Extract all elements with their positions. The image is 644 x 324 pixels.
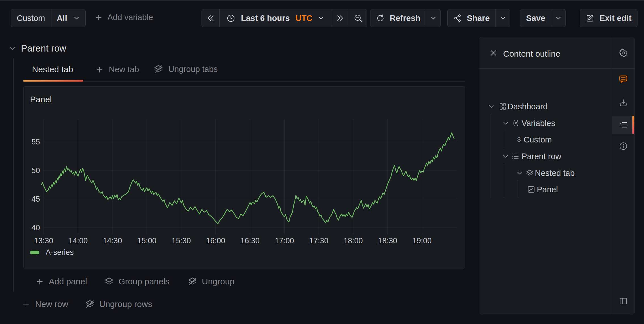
close-icon xyxy=(489,49,498,57)
ungroup-button[interactable]: Ungroup xyxy=(186,276,236,287)
save-split-button: Save xyxy=(520,9,566,27)
outline-item-variables[interactable]: Variables xyxy=(479,115,612,131)
outline-title: Content outline xyxy=(503,49,560,59)
chevron-down-icon xyxy=(430,15,437,21)
outline-item-label: Custom xyxy=(524,135,552,144)
outline-item-custom[interactable]: $Custom xyxy=(479,131,612,148)
share-icon xyxy=(453,14,462,22)
edit-icon xyxy=(586,14,594,23)
exit-edit-label: Exit edit xyxy=(599,14,632,23)
variable-picker: Custom All xyxy=(11,9,86,27)
share-button[interactable]: Share xyxy=(448,9,495,27)
chevron-down-icon[interactable] xyxy=(516,170,523,176)
variable-value-dropdown[interactable]: All xyxy=(51,9,85,27)
zoom-out-icon xyxy=(354,14,363,23)
add-variable-button[interactable]: Add variable xyxy=(93,12,155,22)
download-icon xyxy=(619,98,628,107)
svg-text:19:00: 19:00 xyxy=(412,236,432,245)
clock-icon xyxy=(226,14,235,23)
exit-edit-button-wrap: Exit edit xyxy=(580,9,637,27)
save-button[interactable]: Save xyxy=(520,9,551,27)
time-shift-forward-button[interactable] xyxy=(331,9,349,27)
sidebar-icon xyxy=(619,297,628,306)
time-range-button[interactable]: Last 6 hours UTC xyxy=(219,9,331,27)
svg-text:16:30: 16:30 xyxy=(240,236,260,245)
row-indent-guide xyxy=(13,58,14,292)
save-dropdown[interactable] xyxy=(551,9,565,27)
refresh-interval-dropdown[interactable] xyxy=(426,9,440,27)
svg-text:13:30: 13:30 xyxy=(34,236,53,245)
outline-item-label: Variables xyxy=(522,119,555,128)
timeseries-chart: 13:3014:0014:3015:0015:3016:0016:3017:00… xyxy=(24,87,465,269)
close-outline-button[interactable] xyxy=(488,48,499,57)
dashboard-edit-page: Custom All Add variable Last 6 hours UTC xyxy=(0,0,644,324)
variable-value: All xyxy=(57,14,67,23)
new-tab-button[interactable]: New tab xyxy=(94,65,141,74)
ungroup-rows-label: Ungroup rows xyxy=(99,299,152,309)
rail-outline-button[interactable] xyxy=(612,116,634,134)
svg-text:15:30: 15:30 xyxy=(172,236,191,245)
layers-icon xyxy=(526,169,534,177)
dollar-icon: $ xyxy=(515,136,523,144)
apps-icon xyxy=(499,103,507,110)
refresh-button[interactable]: Refresh xyxy=(370,9,426,27)
chevron-down-icon xyxy=(318,15,324,21)
svg-text:15:00: 15:00 xyxy=(137,236,156,245)
svg-text:$: $ xyxy=(517,136,521,143)
outline-item-panel[interactable]: Panel xyxy=(479,181,612,198)
tab-label: Nested tab xyxy=(32,65,73,74)
share-label: Share xyxy=(467,14,490,23)
tab-nested-tab[interactable]: Nested tab xyxy=(32,65,73,74)
list-ul-icon xyxy=(511,152,519,160)
rail-comment-button[interactable] xyxy=(612,70,634,88)
variable-icon xyxy=(512,119,520,127)
rail-info-button[interactable] xyxy=(612,137,634,155)
legend-series-label: A-series xyxy=(46,248,74,257)
add-panel-label: Add panel xyxy=(49,277,87,286)
ungroup-tabs-label: Ungroup tabs xyxy=(168,65,218,74)
outline-item-parent-row[interactable]: Parent row xyxy=(479,148,612,165)
save-label: Save xyxy=(526,14,545,23)
tabbar-divider xyxy=(23,81,465,82)
time-picker: Last 6 hours UTC xyxy=(202,9,367,27)
svg-text:55: 55 xyxy=(31,138,40,146)
chevron-down-icon[interactable] xyxy=(502,153,509,160)
share-dropdown[interactable] xyxy=(495,9,510,27)
time-shift-back-button[interactable] xyxy=(202,9,219,27)
legend-color-pill xyxy=(30,251,39,254)
outline-icon xyxy=(619,120,628,129)
svg-text:14:30: 14:30 xyxy=(103,236,122,245)
chevron-down-icon xyxy=(9,45,16,52)
rail-toggle-pane-button[interactable] xyxy=(612,292,634,310)
outline-item-dashboard[interactable]: Dashboard xyxy=(479,98,612,115)
outline-item-nested-tab[interactable]: Nested tab xyxy=(479,165,612,181)
svg-text:40: 40 xyxy=(31,223,40,232)
ungroup-label: Ungroup xyxy=(202,277,234,286)
gear-icon xyxy=(619,48,628,57)
ungroup-tabs-button[interactable]: Ungroup tabs xyxy=(152,64,219,74)
timezone-label: UTC xyxy=(295,14,312,23)
group-panels-button[interactable]: Group panels xyxy=(103,276,171,287)
exit-edit-button[interactable]: Exit edit xyxy=(580,9,637,27)
zoom-out-button[interactable] xyxy=(349,9,367,27)
chevron-down-icon[interactable] xyxy=(502,120,509,127)
add-panel-button[interactable]: Add panel xyxy=(33,276,89,287)
panel-timeseries[interactable]: Panel 13:3014:0014:3015:0015:3016:0016:3… xyxy=(23,86,465,268)
refresh-icon xyxy=(376,14,385,22)
edit-pane-rail xyxy=(612,37,634,314)
rail-gear-button[interactable] xyxy=(612,44,634,62)
chart-legend[interactable]: A-series xyxy=(30,248,74,257)
svg-text:50: 50 xyxy=(31,166,40,175)
chart-line-icon xyxy=(527,186,535,193)
ungroup-rows-button[interactable]: Ungroup rows xyxy=(83,299,154,309)
chevron-down-icon[interactable] xyxy=(488,103,495,110)
outline-tree: DashboardVariables$CustomParent rowNeste… xyxy=(479,68,612,314)
new-row-button[interactable]: New row xyxy=(20,299,70,309)
plus-icon xyxy=(22,300,31,309)
plus-icon xyxy=(95,65,104,74)
time-range-label: Last 6 hours xyxy=(241,14,290,23)
rail-download-button[interactable] xyxy=(612,94,634,112)
layers-icon xyxy=(104,277,114,286)
comment-icon xyxy=(619,75,628,84)
row-header[interactable]: Parent row xyxy=(9,43,66,54)
